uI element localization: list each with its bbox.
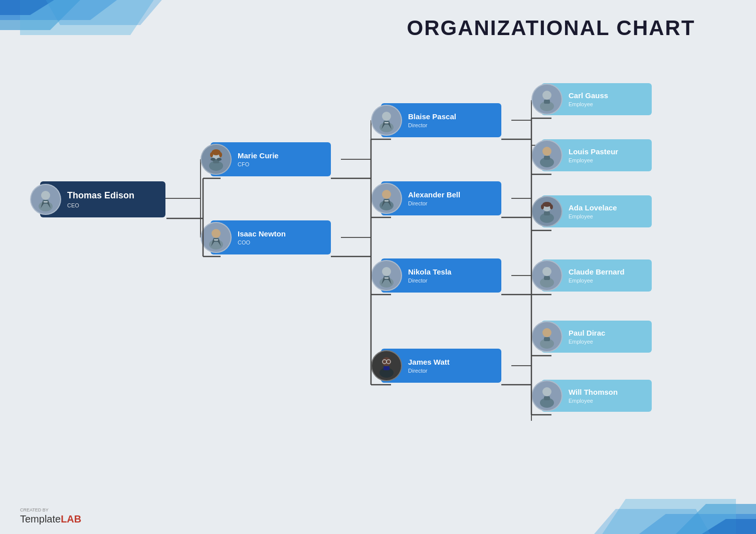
chart-container: Thomas Edison CEO Marie Curie CFO [20, 55, 736, 494]
svg-rect-97 [544, 337, 550, 341]
director-0-text: Blaise Pascal Director [408, 112, 495, 128]
svg-marker-6 [626, 514, 756, 534]
employee-1-name: Louis Pasteur [569, 147, 647, 156]
footer-created-by: CREATED BY [20, 507, 81, 512]
svg-point-91 [550, 204, 553, 209]
svg-point-68 [382, 267, 391, 276]
svg-rect-41 [44, 201, 48, 202]
svg-point-56 [382, 112, 391, 121]
director-2-role: Director [408, 278, 495, 284]
employee-3-role: Employee [569, 278, 647, 284]
director-1-name: Alexander Bell [408, 190, 495, 199]
node-employee-0: Carl Gauss Employee [541, 83, 652, 115]
ceo-role: CEO [67, 202, 157, 208]
svg-rect-67 [385, 200, 389, 201]
director-2-name: Nikola Tesla [408, 268, 495, 277]
employee-4-name: Paul Dirac [569, 329, 647, 338]
employee-5-name: Will Thomson [569, 388, 647, 397]
employee-0-role: Employee [569, 101, 647, 107]
node-coo: Isaac Newton COO [211, 220, 331, 254]
employee-1-text: Louis Pasteur Employee [569, 147, 647, 163]
coo-name: Isaac Newton [238, 229, 325, 238]
director-3-text: James Watt Director [408, 358, 495, 374]
avatar-coo [201, 222, 232, 253]
svg-point-83 [542, 147, 551, 156]
svg-point-92 [542, 267, 551, 276]
node-ceo: Thomas Edison CEO [40, 181, 165, 217]
svg-marker-3 [0, 0, 70, 15]
svg-point-36 [41, 191, 50, 200]
svg-marker-2 [20, 0, 160, 35]
avatar-employee-2 [531, 196, 562, 227]
svg-rect-73 [385, 278, 389, 279]
node-cfo: Marie Curie CFO [211, 142, 331, 176]
employee-2-name: Ada Lovelace [569, 203, 647, 212]
node-director-0: Blaise Pascal Director [381, 103, 501, 137]
node-director-3: James Watt Director [381, 349, 501, 383]
director-0-name: Blaise Pascal [408, 112, 495, 121]
footer-brand-template: Template [20, 513, 61, 524]
svg-rect-82 [544, 100, 550, 104]
director-1-role: Director [408, 200, 495, 206]
employee-5-text: Will Thomson Employee [569, 388, 647, 404]
svg-marker-0 [0, 0, 90, 30]
cfo-role: CFO [238, 161, 325, 167]
node-employee-4: Paul Dirac Employee [541, 321, 652, 353]
avatar-employee-5 [531, 380, 562, 411]
ceo-text: Thomas Edison CEO [67, 190, 157, 208]
node-employee-5: Will Thomson Employee [541, 380, 652, 412]
svg-marker-8 [686, 519, 756, 534]
svg-rect-76 [384, 366, 390, 370]
avatar-director-0 [371, 105, 402, 136]
employee-4-text: Paul Dirac Employee [569, 329, 647, 345]
svg-marker-4 [40, 0, 170, 25]
director-1-text: Alexander Bell Director [408, 190, 495, 206]
coo-role: COO [238, 239, 325, 245]
avatar-director-2 [371, 260, 402, 291]
director-3-role: Director [408, 368, 495, 374]
director-2-text: Nikola Tesla Director [408, 268, 495, 284]
employee-0-name: Carl Gauss [569, 91, 647, 100]
svg-rect-94 [544, 276, 550, 280]
footer: CREATED BY TemplateLAB [20, 507, 81, 525]
node-director-2: Nikola Tesla Director [381, 258, 501, 293]
page-title: ORGANIZATIONAL CHART [407, 16, 695, 40]
cfo-name: Marie Curie [238, 151, 325, 160]
svg-rect-85 [544, 156, 550, 160]
footer-brand-lab: LAB [61, 513, 81, 524]
avatar-employee-4 [531, 321, 562, 352]
cfo-text: Marie Curie CFO [238, 151, 325, 167]
svg-marker-7 [596, 499, 736, 534]
svg-point-46 [217, 158, 222, 161]
employee-2-text: Ada Lovelace Employee [569, 203, 647, 219]
svg-marker-1 [0, 0, 130, 20]
svg-rect-55 [214, 239, 218, 240]
svg-point-98 [542, 387, 551, 396]
ceo-name: Thomas Edison [67, 190, 157, 201]
director-0-role: Director [408, 122, 495, 128]
node-director-1: Alexander Bell Director [381, 181, 501, 215]
node-employee-1: Louis Pasteur Employee [541, 139, 652, 171]
svg-point-95 [542, 328, 551, 337]
employee-3-text: Claude Bernard Employee [569, 268, 647, 284]
avatar-employee-0 [531, 84, 562, 115]
employee-0-text: Carl Gauss Employee [569, 91, 647, 107]
svg-point-49 [219, 152, 222, 157]
avatar-director-3 [371, 350, 402, 381]
avatar-director-1 [371, 183, 402, 214]
svg-marker-5 [666, 504, 756, 534]
coo-text: Isaac Newton COO [238, 229, 325, 245]
employee-1-role: Employee [569, 157, 647, 163]
svg-rect-61 [385, 122, 389, 123]
avatar-employee-3 [531, 260, 562, 291]
svg-point-45 [211, 158, 216, 161]
svg-point-50 [212, 229, 221, 238]
employee-2-role: Employee [569, 213, 647, 219]
avatar-employee-1 [531, 140, 562, 171]
avatar-ceo [30, 184, 61, 215]
avatar-cfo [201, 144, 232, 175]
employee-3-name: Claude Bernard [569, 268, 647, 277]
node-employee-2: Ada Lovelace Employee [541, 195, 652, 227]
node-employee-3: Claude Bernard Employee [541, 259, 652, 292]
svg-point-90 [541, 204, 544, 209]
